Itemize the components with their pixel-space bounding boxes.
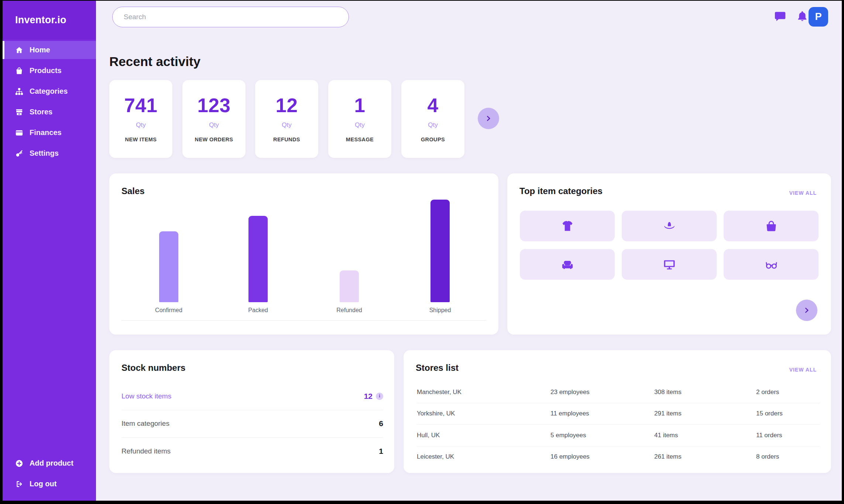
couch-icon	[561, 258, 574, 271]
sales-panel: Sales Confirmed Packed Refunded Shipped	[109, 173, 498, 335]
logout-icon	[15, 480, 23, 488]
category-tile-clothing[interactable]	[520, 211, 615, 241]
storefront-icon	[15, 108, 23, 116]
sidebar-item-home[interactable]: Home	[3, 41, 96, 59]
search-input[interactable]	[112, 7, 349, 27]
stat-label: MESSAGE	[346, 137, 374, 142]
page-title: Recent activity	[109, 54, 200, 69]
sidebar-item-label: Home	[30, 46, 50, 54]
stat-unit: Qty	[282, 121, 291, 129]
store-employees: 11 employees	[550, 410, 654, 417]
log-out-button[interactable]: Log out	[3, 475, 96, 493]
sidebar-item-finances[interactable]: Finances	[3, 124, 96, 142]
stores-view-all-link[interactable]: VIEW ALL	[787, 366, 819, 373]
sitemap-icon	[15, 87, 23, 96]
sidebar-item-settings[interactable]: Settings	[3, 144, 96, 162]
categories-next-button[interactable]	[796, 300, 817, 321]
category-tile-bags[interactable]	[724, 211, 819, 241]
category-tile-furniture[interactable]	[520, 249, 615, 280]
stock-numbers-title: Stock numbers	[121, 363, 185, 373]
category-tile-hats[interactable]	[622, 211, 717, 241]
app-logo: Inventor.io	[3, 1, 96, 39]
bell-icon	[796, 10, 809, 23]
stat-unit: Qty	[428, 121, 438, 129]
categories-view-all-link[interactable]: VIEW ALL	[787, 190, 819, 196]
stock-row-label: Refunded items	[121, 447, 171, 455]
stores-list-panel: Stores list VIEW ALL Manchester, UK 23 e…	[404, 350, 831, 473]
sales-bar-shipped	[430, 200, 450, 302]
store-items: 261 items	[654, 453, 756, 460]
shopping-bag-icon	[765, 220, 778, 232]
stock-row-value: 1	[379, 447, 383, 456]
add-product-button[interactable]: Add product	[3, 454, 96, 472]
stores-list-title: Stores list	[416, 363, 459, 373]
sidebar-item-categories[interactable]: Categories	[3, 82, 96, 100]
stock-row-label: Item categories	[121, 420, 169, 428]
stat-label: NEW ORDERS	[195, 137, 233, 142]
sidebar-item-stores[interactable]: Stores	[3, 103, 96, 121]
store-orders: 15 orders	[756, 410, 820, 417]
top-categories-panel: Top item categories VIEW ALL	[507, 173, 831, 335]
avatar[interactable]: P	[809, 7, 828, 27]
search-bar	[112, 7, 349, 27]
store-employees: 23 employees	[550, 389, 654, 396]
app-window: Inventor.io Home Products	[3, 1, 842, 501]
stat-card-message: 1 Qty MESSAGE	[328, 80, 391, 158]
notifications-button[interactable]	[796, 10, 809, 23]
stock-row-low-stock[interactable]: Low stock items 12	[121, 383, 383, 410]
store-orders: 11 orders	[756, 432, 820, 439]
stat-card-new-orders: 123 Qty NEW ORDERS	[182, 80, 246, 158]
messages-button[interactable]	[774, 10, 786, 23]
home-icon	[15, 46, 23, 54]
divider	[121, 320, 486, 321]
category-tile-electronics[interactable]	[622, 249, 717, 280]
stats-next-button[interactable]	[478, 108, 499, 129]
sidebar-item-products[interactable]: Products	[3, 62, 96, 80]
footer-item-label: Add product	[30, 459, 73, 467]
main-content: P Recent activity 741 Qty NEW ITEMS 123 …	[96, 1, 842, 501]
bar-label-refunded: Refunded	[327, 307, 371, 314]
store-location: Manchester, UK	[417, 389, 550, 396]
sidebar-item-label: Products	[30, 66, 62, 75]
category-tile-eyewear[interactable]	[724, 249, 819, 280]
stat-value: 12	[276, 96, 298, 115]
stock-numbers-panel: Stock numbers Low stock items 12 Item ca…	[109, 350, 394, 473]
store-employees: 5 employees	[550, 432, 654, 439]
sidebar-item-label: Categories	[30, 87, 68, 96]
chevron-right-icon	[803, 306, 811, 314]
bar-label-confirmed: Confirmed	[147, 307, 191, 314]
store-row-leicester: Leicester, UK 16 employees 261 items 8 o…	[417, 446, 820, 468]
store-employees: 16 employees	[550, 453, 654, 460]
stat-card-groups: 4 Qty GROUPS	[401, 80, 464, 158]
chat-bubble-icon	[774, 10, 786, 23]
top-categories-title: Top item categories	[519, 186, 603, 196]
store-items: 308 items	[654, 389, 756, 396]
sales-bar-packed	[248, 216, 268, 302]
sidebar: Inventor.io Home Products	[3, 1, 96, 501]
sales-bar-confirmed	[159, 231, 178, 302]
monitor-icon	[663, 258, 676, 271]
stat-value: 1	[354, 96, 366, 115]
plus-circle-icon	[15, 459, 23, 467]
sidebar-nav: Home Products Categories	[3, 41, 96, 162]
stat-value: 741	[124, 96, 158, 115]
info-icon[interactable]	[376, 393, 383, 400]
bar-label-packed: Packed	[236, 307, 280, 314]
wallet-icon	[15, 129, 23, 137]
chevron-right-icon	[484, 114, 493, 122]
stat-unit: Qty	[209, 121, 219, 129]
stat-card-new-items: 741 Qty NEW ITEMS	[109, 80, 172, 158]
cowboy-hat-icon	[663, 220, 676, 232]
stock-row-value: 12	[364, 392, 373, 401]
stock-rows: Low stock items 12 Item categories 6 Ref…	[121, 383, 383, 465]
sidebar-footer: Add product Log out	[3, 454, 96, 496]
stock-row-label[interactable]: Low stock items	[121, 392, 171, 400]
stat-value: 123	[198, 96, 231, 115]
store-row-yorkshire: Yorkshire, UK 11 employees 291 items 15 …	[417, 403, 820, 425]
sales-bar-refunded	[340, 270, 359, 302]
store-rows: Manchester, UK 23 employees 308 items 2 …	[417, 382, 820, 467]
stock-row-value: 6	[379, 419, 383, 428]
footer-item-label: Log out	[30, 480, 56, 488]
bar-label-shipped: Shipped	[418, 307, 462, 314]
stat-label: GROUPS	[421, 137, 445, 142]
